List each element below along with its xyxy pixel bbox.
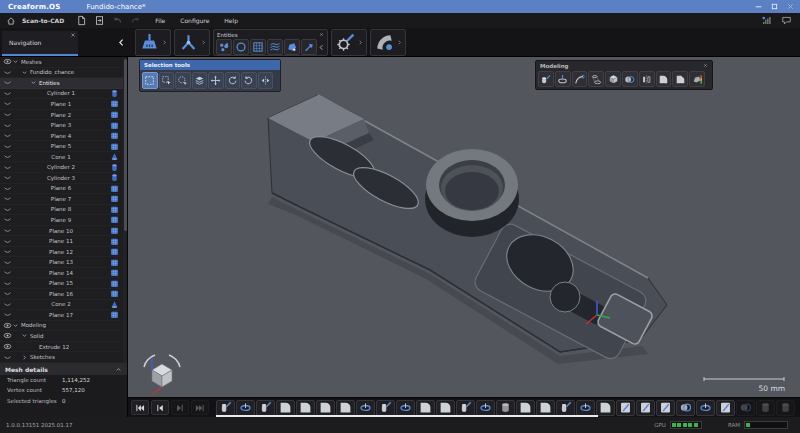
- tree-item-cone-2[interactable]: Cone 2: [0, 300, 124, 311]
- minimize-button[interactable]: [754, 2, 763, 11]
- close-icon[interactable]: [319, 32, 324, 37]
- mesh-details-header[interactable]: Mesh details: [0, 363, 127, 375]
- hidden-icon[interactable]: [3, 89, 12, 98]
- selection-tools-header[interactable]: Selection tools: [140, 60, 280, 70]
- entity-freeform-button[interactable]: [267, 39, 283, 55]
- tree-item-plane-12[interactable]: Plane 12: [0, 247, 124, 258]
- history-op-fillet-5[interactable]: [296, 400, 315, 416]
- solid-cut-button[interactable]: [605, 71, 621, 87]
- layer-selection-button[interactable]: [192, 72, 208, 89]
- loft-button[interactable]: [588, 71, 604, 87]
- history-op-boolean-24[interactable]: [676, 400, 695, 416]
- hidden-icon[interactable]: [3, 142, 12, 151]
- tree-item-plane-3[interactable]: Plane 3: [0, 120, 124, 131]
- history-op-extrude-13[interactable]: [456, 400, 475, 416]
- hidden-icon[interactable]: [3, 215, 12, 224]
- close-icon[interactable]: [703, 63, 708, 68]
- history-op-sketch-22[interactable]: [636, 400, 655, 416]
- deviation-colormap-button[interactable]: [689, 71, 705, 87]
- modeling-palette-header[interactable]: Modeling: [536, 61, 712, 70]
- tree-item-plane-14[interactable]: Plane 14: [0, 268, 124, 279]
- fillet-button[interactable]: [656, 71, 672, 87]
- tree-item-plane-6[interactable]: Plane 6: [0, 184, 124, 195]
- history-op-extrude-1[interactable]: [216, 400, 235, 416]
- chevron-down-icon[interactable]: [12, 58, 19, 65]
- chevron-down-icon[interactable]: [21, 332, 28, 339]
- history-op-revolve-25[interactable]: [696, 400, 715, 416]
- hidden-icon[interactable]: [3, 163, 12, 172]
- entity-patch-button[interactable]: [284, 39, 300, 55]
- hidden-icon[interactable]: [3, 121, 12, 130]
- menu-configure[interactable]: Configure: [180, 17, 209, 24]
- skip-start-button[interactable]: [131, 400, 149, 415]
- hidden-icon[interactable]: [3, 173, 12, 182]
- chevron-right-icon[interactable]: [396, 38, 403, 47]
- tree-item-sketches[interactable]: Sketches: [0, 352, 124, 363]
- view-orientation-cube[interactable]: [136, 351, 188, 397]
- hidden-icon[interactable]: [3, 226, 12, 235]
- hidden-icon[interactable]: [3, 310, 12, 319]
- history-op-shell-28[interactable]: [756, 400, 775, 416]
- history-op-shell-15[interactable]: [496, 400, 515, 416]
- tree-item-plane-10[interactable]: Plane 10: [0, 226, 124, 237]
- history-op-shell-29[interactable]: [776, 400, 795, 416]
- open-import-button[interactable]: [94, 15, 105, 26]
- collapse-panel-icon[interactable]: [117, 36, 126, 49]
- chevron-down-icon[interactable]: [12, 322, 19, 329]
- chamfer-button[interactable]: [672, 71, 688, 87]
- history-op-fillet-12[interactable]: [436, 400, 455, 416]
- mirror-selection-button[interactable]: [258, 72, 274, 89]
- boolean-subtract-button[interactable]: [622, 71, 638, 87]
- sweep-button[interactable]: [572, 71, 588, 87]
- history-op-fillet-20[interactable]: [596, 400, 615, 416]
- step-back-button[interactable]: [151, 400, 169, 415]
- tree-item-extrude-12[interactable]: Extrude 12: [0, 342, 124, 353]
- chevron-left-icon[interactable]: [318, 43, 325, 52]
- hidden-icon[interactable]: [3, 152, 12, 161]
- rectangle-selection-button[interactable]: [142, 72, 158, 89]
- hidden-icon[interactable]: [3, 279, 12, 288]
- tree-scrollbar[interactable]: [123, 57, 127, 363]
- entity-probe-button[interactable]: [301, 39, 317, 55]
- tab-navigation[interactable]: Navigation: [2, 31, 78, 56]
- extrude-button[interactable]: [538, 71, 554, 87]
- revolve-button[interactable]: [555, 71, 571, 87]
- history-op-revolve-10[interactable]: [396, 400, 415, 416]
- rotate-cw-selection-button[interactable]: [241, 72, 257, 89]
- eye-icon[interactable]: [3, 57, 12, 66]
- mirror-button[interactable]: [639, 71, 655, 87]
- tree-item-plane-2[interactable]: Plane 2: [0, 110, 124, 121]
- move-selection-button[interactable]: [208, 72, 224, 89]
- history-op-fillet-16[interactable]: [516, 400, 535, 416]
- history-op-sketch-26[interactable]: [716, 400, 735, 416]
- titlebar[interactable]: Creaform.OS Fundido-chance*: [0, 0, 800, 13]
- close-icon[interactable]: [70, 32, 76, 38]
- tree-item-plane-13[interactable]: Plane 13: [0, 257, 124, 268]
- network-status-button[interactable]: [761, 15, 772, 26]
- tree-item-meshes[interactable]: Meshes: [0, 57, 124, 68]
- product-name[interactable]: Scan-to-CAD: [22, 17, 64, 24]
- history-op-revolve-14[interactable]: [476, 400, 495, 416]
- hidden-icon[interactable]: [3, 247, 12, 256]
- history-op-fillet-4[interactable]: [276, 400, 295, 416]
- eye-icon[interactable]: [3, 342, 12, 351]
- tree-item-plane-11[interactable]: Plane 11: [0, 236, 124, 247]
- menu-help[interactable]: Help: [224, 17, 238, 24]
- tree-item-solid[interactable]: Solid: [0, 331, 124, 342]
- tree-item-modeling[interactable]: Modeling: [0, 321, 124, 332]
- rotate-ccw-selection-button[interactable]: [225, 72, 241, 89]
- tree-item-plane-8[interactable]: Plane 8: [0, 205, 124, 216]
- menu-file[interactable]: File: [155, 17, 165, 24]
- tree-item-entities[interactable]: Entities: [0, 78, 124, 89]
- hidden-icon[interactable]: [3, 131, 12, 140]
- tree-item-plane-1[interactable]: Plane 1: [0, 99, 124, 110]
- tree-item-plane-16[interactable]: Plane 16: [0, 289, 124, 300]
- maximize-button[interactable]: [770, 2, 779, 11]
- eye-icon[interactable]: [3, 321, 12, 330]
- undo-button[interactable]: [112, 15, 123, 26]
- chevron-right-icon[interactable]: [161, 38, 168, 47]
- hidden-icon[interactable]: [3, 268, 12, 277]
- gear-pencil-button[interactable]: [335, 32, 356, 53]
- hidden-icon[interactable]: [3, 353, 12, 362]
- entity-extract-button[interactable]: [216, 39, 232, 55]
